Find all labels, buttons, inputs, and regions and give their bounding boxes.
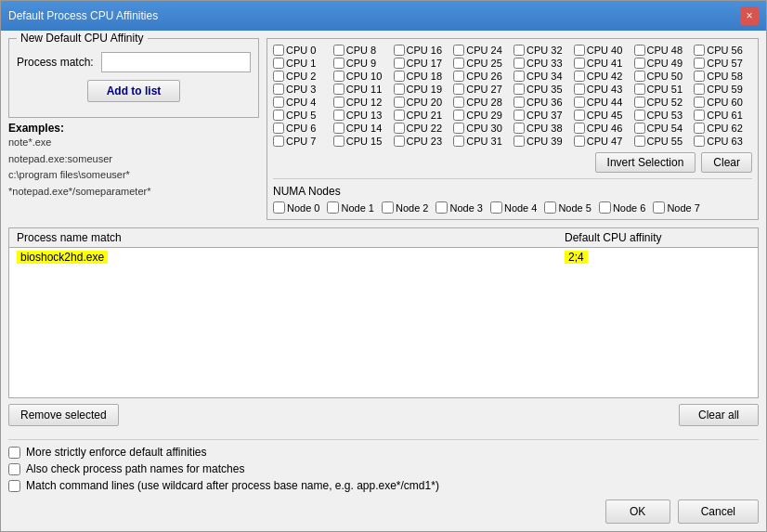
process-match-input[interactable]: [101, 52, 251, 72]
cpu-47-checkbox[interactable]: [574, 136, 585, 147]
numa-node-3-checkbox[interactable]: [436, 201, 448, 214]
option-1-checkbox[interactable]: [8, 463, 20, 475]
cpu-25-checkbox[interactable]: [453, 58, 464, 69]
cpu-36-item: CPU 36: [514, 97, 572, 108]
numa-node-5-checkbox[interactable]: [544, 201, 556, 214]
cpu-46-item: CPU 46: [574, 123, 632, 134]
remove-selected-button[interactable]: Remove selected: [8, 404, 119, 426]
cpu-36-checkbox[interactable]: [514, 97, 525, 108]
cpu-31-checkbox[interactable]: [453, 136, 464, 147]
cpu-40-checkbox[interactable]: [574, 45, 585, 56]
numa-node-4-checkbox[interactable]: [490, 201, 502, 214]
cpu-27-checkbox[interactable]: [453, 84, 464, 95]
cpu-1-checkbox[interactable]: [273, 58, 284, 69]
cpu-16-checkbox[interactable]: [394, 45, 405, 56]
cpu-35-checkbox[interactable]: [514, 84, 525, 95]
cpu-34-checkbox[interactable]: [514, 71, 525, 82]
cpu-55-checkbox[interactable]: [634, 136, 645, 147]
cpu-39-checkbox[interactable]: [514, 136, 525, 147]
cpu-10-item: CPU 10: [333, 71, 392, 82]
cpu-47-item: CPU 47: [574, 136, 632, 147]
cpu-30-checkbox[interactable]: [453, 123, 464, 134]
numa-node-0-checkbox[interactable]: [273, 201, 285, 214]
cpu-5-checkbox[interactable]: [273, 110, 284, 121]
cpu-60-checkbox[interactable]: [694, 97, 705, 108]
cpu-51-checkbox[interactable]: [634, 84, 645, 95]
cpu-63-item: CPU 63: [694, 136, 752, 147]
cpu-32-checkbox[interactable]: [514, 45, 525, 56]
cpu-63-checkbox[interactable]: [694, 136, 705, 147]
cpu-59-checkbox[interactable]: [694, 84, 705, 95]
cpu-7-item: CPU 7: [273, 136, 332, 147]
cpu-21-item: CPU 21: [394, 110, 452, 121]
cpu-17-checkbox[interactable]: [394, 58, 405, 69]
ok-button[interactable]: OK: [605, 500, 670, 524]
cpu-24-item: CPU 24: [453, 45, 512, 56]
option-2-checkbox[interactable]: [8, 480, 20, 492]
cpu-22-checkbox[interactable]: [394, 123, 405, 134]
cpu-4-checkbox[interactable]: [273, 97, 284, 108]
invert-selection-button[interactable]: Invert Selection: [595, 152, 696, 173]
cpu-14-checkbox[interactable]: [333, 123, 344, 134]
cpu-19-checkbox[interactable]: [394, 84, 405, 95]
cpu-10-checkbox[interactable]: [333, 71, 344, 82]
cpu-0-checkbox[interactable]: [273, 45, 284, 56]
cpu-13-checkbox[interactable]: [333, 110, 344, 121]
cpu-28-checkbox[interactable]: [453, 97, 464, 108]
cpu-6-checkbox[interactable]: [273, 123, 284, 134]
cpu-37-checkbox[interactable]: [514, 110, 525, 121]
cpu-46-checkbox[interactable]: [574, 123, 585, 134]
group-title: New Default CPU Affinity: [17, 32, 148, 45]
cpu-7-checkbox[interactable]: [273, 136, 284, 147]
cpu-18-checkbox[interactable]: [394, 71, 405, 82]
cpu-45-checkbox[interactable]: [574, 110, 585, 121]
cpu-9-item: CPU 9: [333, 58, 392, 69]
list-body: bioshock2hd.exe 2;4: [9, 248, 758, 397]
cpu-21-checkbox[interactable]: [394, 110, 405, 121]
cpu-24-checkbox[interactable]: [453, 45, 464, 56]
add-to-list-button[interactable]: Add to list: [87, 80, 181, 102]
cpu-48-checkbox[interactable]: [634, 45, 645, 56]
numa-node-6-checkbox[interactable]: [599, 201, 611, 214]
cpu-23-checkbox[interactable]: [394, 136, 405, 147]
cpu-2-item: CPU 2: [273, 71, 332, 82]
cpu-49-checkbox[interactable]: [634, 58, 645, 69]
cpu-41-checkbox[interactable]: [574, 58, 585, 69]
cancel-button[interactable]: Cancel: [678, 500, 759, 524]
cpu-43-checkbox[interactable]: [574, 84, 585, 95]
cpu-43-item: CPU 43: [574, 84, 632, 95]
numa-node-7-checkbox[interactable]: [653, 201, 665, 214]
close-button[interactable]: ×: [740, 6, 759, 25]
cpu-2-checkbox[interactable]: [273, 71, 284, 82]
examples-title: Examples:: [8, 122, 259, 135]
cpu-44-checkbox[interactable]: [574, 97, 585, 108]
clear-cpu-button[interactable]: Clear: [701, 152, 752, 173]
cpu-53-checkbox[interactable]: [634, 110, 645, 121]
cpu-8-checkbox[interactable]: [333, 45, 344, 56]
cpu-57-checkbox[interactable]: [694, 58, 705, 69]
cpu-38-checkbox[interactable]: [514, 123, 525, 134]
numa-node-1-checkbox[interactable]: [327, 201, 339, 214]
cpu-62-checkbox[interactable]: [694, 123, 705, 134]
cpu-58-checkbox[interactable]: [694, 71, 705, 82]
cpu-33-checkbox[interactable]: [514, 58, 525, 69]
option-0-checkbox[interactable]: [8, 447, 20, 459]
cpu-6-item: CPU 6: [273, 123, 332, 134]
cpu-15-checkbox[interactable]: [333, 136, 344, 147]
cpu-61-checkbox[interactable]: [694, 110, 705, 121]
cpu-12-checkbox[interactable]: [333, 97, 344, 108]
table-row[interactable]: bioshock2hd.exe 2;4: [9, 248, 758, 266]
cpu-52-checkbox[interactable]: [634, 97, 645, 108]
cpu-50-checkbox[interactable]: [634, 71, 645, 82]
numa-node-2-checkbox[interactable]: [382, 201, 394, 214]
cpu-26-checkbox[interactable]: [453, 71, 464, 82]
cpu-3-checkbox[interactable]: [273, 84, 284, 95]
clear-all-button[interactable]: Clear all: [679, 404, 759, 426]
cpu-42-checkbox[interactable]: [574, 71, 585, 82]
cpu-9-checkbox[interactable]: [333, 58, 344, 69]
cpu-54-checkbox[interactable]: [634, 123, 645, 134]
cpu-56-checkbox[interactable]: [694, 45, 705, 56]
cpu-20-checkbox[interactable]: [394, 97, 405, 108]
cpu-29-checkbox[interactable]: [453, 110, 464, 121]
cpu-11-checkbox[interactable]: [333, 84, 344, 95]
